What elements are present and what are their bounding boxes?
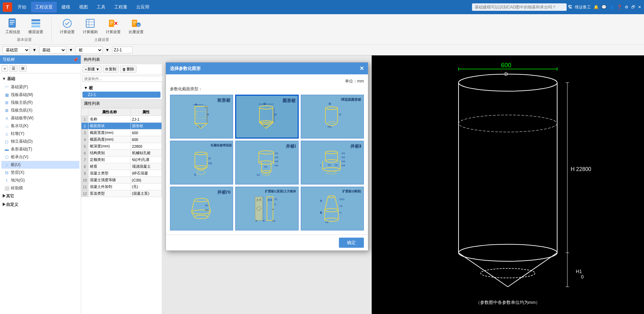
props-row-5[interactable]: 5 桩深度(mm) 22800 [81,143,162,150]
svg-text:D1: D1 [328,164,331,166]
props-row-7[interactable]: 7 定额类别 钻(冲)孔灌 [81,156,162,163]
prop-value: 600 [130,136,162,143]
search-input[interactable] [472,3,567,11]
toolbar-ratio-settings[interactable]: % 比重设置 [126,17,146,36]
sidebar-item-raft-neg-rebar[interactable]: ⊠筏板负筋(X) [1,106,79,114]
shape-long-circle-pile[interactable]: 长圆柱桩球冠底 H H1 b [170,141,233,185]
nav-project-settings[interactable]: 工程设置 [31,2,57,13]
sidebar-add-btn[interactable]: + [1,65,8,72]
shape-well-pile-2[interactable]: 井桩Ⅱ H1 [301,141,364,185]
sidebar-item-pile-cap[interactable]: ⬡桩承台(V) [1,153,79,161]
project-info-label: 工程信息 [5,29,20,34]
prop-name: 材质 [89,163,130,170]
toolbar-project-info[interactable]: 工程信息 [3,17,23,36]
shape-rect-pile[interactable]: 矩形桩 A B H H1 [170,95,233,139]
calc-settings2-icon [108,18,119,29]
comp-item-label: ZJ-1 [88,92,96,97]
sidebar-pin-icon[interactable]: 📌 [73,57,78,62]
shape-globe-pile[interactable]: 球冠底圆形桩 D H H1 [301,95,364,139]
comp-group-expand[interactable]: ▼ [84,86,88,90]
props-row-3[interactable]: 3 截面宽度(mm) 600 [81,129,162,136]
sidebar-grid-btn[interactable]: ⊞ [19,65,27,72]
toolbar-calc-settings[interactable]: 计算设置 [57,17,77,36]
shape-long-circle-pile-label: 长圆柱桩球冠底 [210,143,232,148]
avatar-icon[interactable]: 👤 [609,5,614,9]
settings-icon[interactable]: ⚙ [625,5,628,9]
component-input[interactable] [112,47,132,53]
chat-icon[interactable]: 💬 [601,5,606,9]
props-row-6[interactable]: 6 结构类别 机械钻孔桩 [81,150,162,156]
tree-group-label: 基础 [7,76,15,81]
shape-expand-2[interactable]: 扩壁桩2(锥面) A [301,187,364,231]
props-row-12[interactable]: 12 泵送类型 (混凝土泵) [81,190,162,197]
props-row-10[interactable]: 10 混凝土强度等级 (C30) [81,177,162,184]
sidebar-item-foundation-beam[interactable]: 〰基础梁(F) [1,83,79,91]
sidebar-item-brick-mold[interactable]: ⬜砖胎膜 [1,184,79,192]
prop-name: 混凝土类型 [89,170,130,177]
main-layout: 导航树 📌 + ☰ ⊞ ▼ 基础 〰基础梁(F) ▦筏板基础(M) ⊞筏板主筋(… [0,55,644,314]
tree-group-custom: ▶自定义 [1,200,79,209]
sidebar-item-isolated[interactable]: ◻独立基础(D) [1,138,79,145]
props-row-11[interactable]: 11 混凝土外加剂 (无) [81,184,162,190]
sidebar-item-raft[interactable]: ▦筏板基础(M) [1,91,79,99]
shape-well-pile-3[interactable]: 井桩ΠI H1 H2 [170,187,233,231]
props-row-2[interactable]: 2 截面形状 圆形桩 [81,123,162,129]
svg-point-131 [480,268,535,278]
sidebar-item-bedding[interactable]: ⊟垫层(X) [1,169,79,176]
svg-point-57 [197,170,205,174]
toolbar-calc-settings2[interactable]: 计算设置 [103,17,123,36]
project-info-icon [7,18,18,29]
copy-btn[interactable]: ⧉ 复制 [103,66,119,73]
col-num [81,108,89,116]
nav-cloud[interactable]: 云应用 [132,2,153,13]
svg-rect-1 [10,20,15,21]
sidebar-item-trench[interactable]: ⌇地沟(G) [1,176,79,184]
sidebar-item-pile[interactable]: ↓桩(U) [1,161,79,169]
sidebar-item-column-pier[interactable]: ⊥柱墩(Y) [1,130,79,138]
nav-tools[interactable]: 工具 [93,2,109,13]
floor-select[interactable]: 基础层 [3,46,30,54]
category-select[interactable]: 基础 [39,46,66,54]
toolbar-calc-rules[interactable]: 计算规则 [80,17,100,36]
svg-text:H4: H4 [275,164,278,167]
new-btn[interactable]: + 新建 ▼ [82,66,102,73]
close-icon[interactable]: ✕ [638,5,641,9]
nav-start[interactable]: 开始 [14,2,30,13]
prop-value[interactable]: 圆形桩 [130,123,162,129]
svg-rect-8 [86,19,94,27]
svg-line-129 [459,253,508,287]
svg-point-127 [459,115,557,132]
svg-text:H1: H1 [272,219,276,222]
confirm-button[interactable]: 确定 [339,238,364,248]
main-toolbar: 工程信息 楼层设置 基本设置 计算设置 计算规则 [0,14,644,45]
props-row-4[interactable]: 4 截面高度(mm) 600 [81,136,162,143]
sidebar-list-btn[interactable]: ☰ [9,65,18,72]
sidebar-item-strip-band[interactable]: ≡基础板带(W) [1,114,79,122]
preview-h-label: H 22800 [571,166,591,172]
prop-name: 名称 [89,116,130,123]
delete-btn[interactable]: 🗑 删除 [120,66,137,73]
nav-quantity[interactable]: 工程量 [110,2,131,13]
toolbar-floor-settings[interactable]: 楼层设置 [26,17,46,36]
component-search[interactable] [82,76,163,82]
sidebar-item-strip[interactable]: ▬条形基础(T) [1,145,79,153]
bell-icon[interactable]: 🔔 [594,5,599,9]
window-icon[interactable]: 🗗 [631,5,635,9]
props-row-9[interactable]: 9 混凝土类型 (碎石混凝 [81,170,162,177]
sidebar-toolbar: + ☰ ⊞ [0,64,81,73]
row-num: 11 [81,184,89,190]
props-row-1[interactable]: 1 名称 ZJ-1 [81,116,162,123]
sidebar-item-sump[interactable]: ⌓集水坑(K) [1,122,79,130]
props-row-8[interactable]: 8 材质 现浇混凝土 [81,163,162,170]
dialog-close-btn[interactable]: ✕ [360,65,364,72]
shape-expand-1[interactable]: 扩壁桩1(直面)土方桩体 土方 桩体 D1 D [235,187,298,231]
shape-well-pile-1[interactable]: 井桩Ⅰ H1 [235,141,298,185]
preview-note: （参数图中各参数单位均为mm） [476,300,540,305]
type-select[interactable]: 桩 [76,46,103,54]
question-icon[interactable]: ❓ [617,5,622,9]
nav-modeling[interactable]: 建模 [57,2,74,13]
shape-circle-pile[interactable]: 圆形桩 D H H1 [235,95,298,139]
nav-view[interactable]: 视图 [75,2,92,13]
sidebar-item-raft-main-rebar[interactable]: ⊞筏板主筋(R) [1,99,79,106]
comp-item-zj1[interactable]: ZJ-1 [82,92,160,98]
